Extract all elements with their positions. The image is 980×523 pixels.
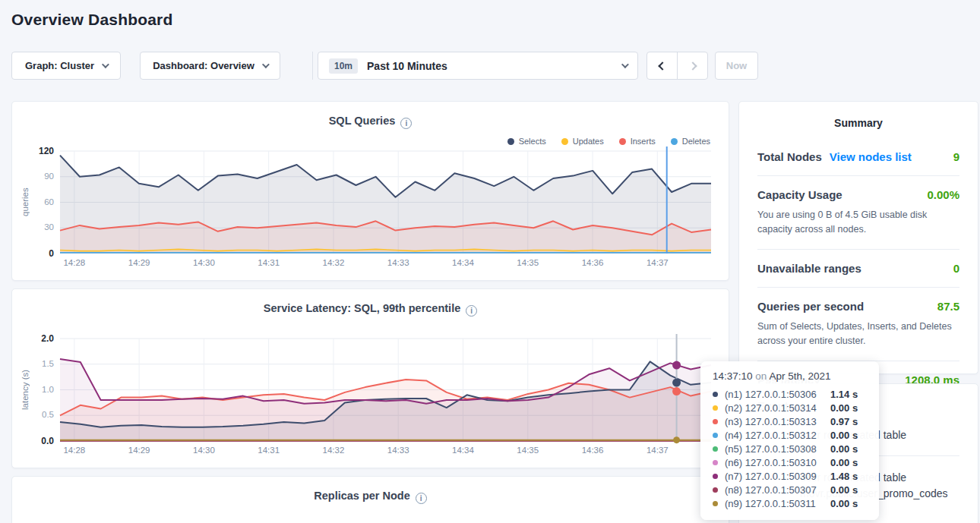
dashboard-dropdown-label: Dashboard: Overview <box>153 60 254 71</box>
graph-dropdown[interactable]: Graph: Cluster <box>11 52 121 80</box>
y-axis-tick: 30 <box>14 222 54 232</box>
x-axis-tick: 14:37 <box>634 258 680 267</box>
node-color-dot-icon <box>713 474 718 479</box>
toolbar: Graph: Cluster Dashboard: Overview 10m P… <box>11 52 978 80</box>
dashboard-dropdown[interactable]: Dashboard: Overview <box>140 52 280 80</box>
summary-row-total-nodes: Total NodesView nodes list 9 <box>757 138 959 176</box>
capacity-label: Capacity Usage <box>757 188 842 201</box>
chart-header: Replicas per Nodei <box>12 490 729 504</box>
graph-dropdown-label: Graph: Cluster <box>25 60 94 71</box>
tooltip-row: (n7) 127.0.0.1:503091.48 s <box>713 469 867 483</box>
summary-row-capacity: Capacity Usage 0.00% You are using 0 B o… <box>757 176 959 250</box>
tooltip-row: (n6) 127.0.0.1:503100.00 s <box>713 455 867 469</box>
page-title: Overview Dashboard <box>11 11 173 29</box>
time-step-group <box>646 52 708 80</box>
total-nodes-label: Total Nodes <box>757 150 822 163</box>
x-axis-tick: 14:31 <box>246 446 292 455</box>
x-axis-tick: 14:34 <box>440 258 485 267</box>
node-latency-value: 0.00 s <box>830 430 867 441</box>
node-address: (n2) 127.0.0.1:50314 <box>725 402 827 414</box>
sql-queries-card: SQL Queriesi SelectsUpdatesInsertsDelete… <box>11 101 729 281</box>
view-nodes-list-link[interactable]: View nodes list <box>830 150 912 163</box>
now-button[interactable]: Now <box>715 52 758 80</box>
chart-header: SQL Queriesi <box>12 115 729 129</box>
chevron-down-icon <box>621 61 629 68</box>
node-color-dot-icon <box>713 419 718 424</box>
qps-value: 87.5 <box>937 300 959 313</box>
legend-label: Selects <box>519 137 546 146</box>
node-latency-value: 1.48 s <box>830 471 867 482</box>
x-axis-tick: 14:32 <box>311 446 356 455</box>
x-axis-tick: 14:30 <box>181 258 226 267</box>
x-axis-tick: 14:36 <box>570 446 615 455</box>
legend-dot-icon <box>561 138 568 145</box>
y-axis-tick: 0 <box>14 248 54 259</box>
x-axis-tick: 14:37 <box>634 446 680 455</box>
legend-dot-icon <box>619 138 626 145</box>
total-nodes-value: 9 <box>953 150 959 163</box>
tooltip-row: (n9) 127.0.0.1:503110.00 s <box>713 496 867 510</box>
y-axis-tick: 1.5 <box>14 359 54 368</box>
service-latency-card: Service Latency: SQL, 99th percentilei l… <box>11 288 729 468</box>
qps-description: Sum of Selects, Updates, Inserts, and De… <box>757 320 959 349</box>
node-latency-value: 0.00 s <box>830 484 867 496</box>
legend-item: Selects <box>507 137 546 146</box>
x-axis-tick: 14:28 <box>52 258 97 267</box>
chart-legend: SelectsUpdatesInsertsDeletes <box>507 137 710 146</box>
legend-label: Updates <box>573 137 604 146</box>
tooltip-row: (n2) 127.0.0.1:503140.00 s <box>713 401 867 414</box>
time-back-button[interactable] <box>647 52 677 79</box>
x-axis-tick: 14:34 <box>440 446 485 455</box>
node-color-dot-icon <box>713 433 718 438</box>
node-color-dot-icon <box>713 392 718 397</box>
x-axis-tick: 14:31 <box>246 258 292 267</box>
summary-row-unavailable-ranges: Unavailable ranges 0 <box>757 250 959 288</box>
node-color-dot-icon <box>713 460 718 465</box>
node-address: (n9) 127.0.0.1:50311 <box>725 498 827 509</box>
chevron-down-icon <box>262 61 270 68</box>
service-latency-chart[interactable]: 0.00.51.01.52.014:2814:2914:3014:3114:32… <box>60 339 711 441</box>
node-address: (n1) 127.0.0.1:50306 <box>725 389 827 400</box>
y-axis-tick: 2.0 <box>14 333 54 344</box>
x-axis-tick: 14:28 <box>52 446 97 455</box>
summary-panel: Summary Total NodesView nodes list 9 Cap… <box>738 101 978 374</box>
hover-tooltip-rows: (n1) 127.0.0.1:503061.14 s(n2) 127.0.0.1… <box>713 387 867 510</box>
sql-queries-chart[interactable]: 030609012014:2814:2914:3014:3114:3214:33… <box>60 151 711 254</box>
node-address: (n4) 127.0.0.1:50312 <box>725 430 827 441</box>
legend-item: Updates <box>561 137 604 146</box>
node-color-dot-icon <box>713 487 718 493</box>
summary-row-qps: Queries per second 87.5 Sum of Selects, … <box>757 288 959 361</box>
time-range-label: Past 10 Minutes <box>367 60 447 72</box>
hover-tooltip: 14:37:10 on Apr 5th, 2021 (n1) 127.0.0.1… <box>700 361 879 520</box>
y-axis-tick: 60 <box>14 197 54 206</box>
x-axis-tick: 14:29 <box>116 258 162 267</box>
y-axis-tick: 90 <box>14 172 54 181</box>
chart-title: SQL Queries <box>329 115 396 127</box>
info-icon[interactable]: i <box>466 305 477 317</box>
info-icon[interactable]: i <box>400 118 412 129</box>
legend-dot-icon <box>507 138 514 145</box>
tooltip-row: (n1) 127.0.0.1:503061.14 s <box>713 387 867 401</box>
node-address: (n3) 127.0.0.1:50313 <box>725 416 827 427</box>
time-range-picker[interactable]: 10m Past 10 Minutes <box>318 52 638 80</box>
chart-header: Service Latency: SQL, 99th percentilei <box>12 302 729 317</box>
legend-label: Deletes <box>682 137 710 146</box>
chevron-right-icon <box>688 61 697 70</box>
chevron-down-icon <box>102 61 109 68</box>
chart-title: Replicas per Node <box>314 490 410 502</box>
tooltip-time: 14:37:10 <box>713 370 753 382</box>
x-axis-tick: 14:30 <box>181 446 226 455</box>
replicas-per-node-card: Replicas per Nodei <box>11 476 729 523</box>
summary-title: Summary <box>739 102 978 138</box>
info-icon[interactable]: i <box>416 493 427 504</box>
time-forward-button[interactable] <box>677 52 707 79</box>
node-latency-value: 0.97 s <box>830 416 867 427</box>
x-axis-tick: 14:33 <box>375 258 421 267</box>
tooltip-date: Apr 5th, 2021 <box>769 370 830 382</box>
qps-label: Queries per second <box>757 300 864 313</box>
node-address: (n8) 127.0.0.1:50307 <box>725 484 827 496</box>
x-axis-tick: 14:35 <box>505 258 551 267</box>
y-axis-tick: 0.0 <box>14 436 54 446</box>
toolbar-divider <box>312 52 313 80</box>
tooltip-row: (n4) 127.0.0.1:503120.00 s <box>713 428 867 442</box>
